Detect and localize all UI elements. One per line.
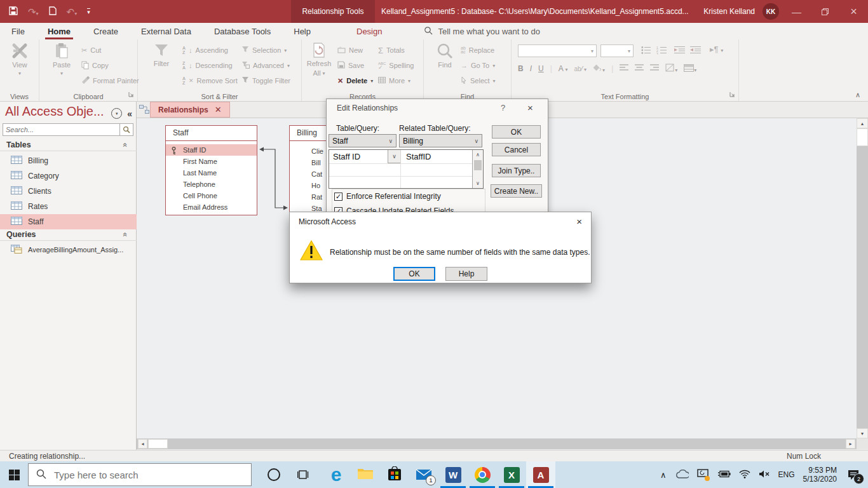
tab-create[interactable]: Create (82, 23, 130, 39)
message-help-button[interactable]: Help (445, 267, 487, 281)
sidebar-item-query[interactable]: AverageBillingAmount_Assig... (0, 242, 137, 257)
staff-table-box[interactable]: Staff Staff ID First Name Last Name Tele… (165, 125, 257, 215)
message-ok-button[interactable]: OK (393, 267, 435, 281)
bold-button[interactable]: B (518, 64, 524, 73)
delete-button[interactable]: ✕Delete▾ (337, 73, 373, 88)
nav-menu-icon[interactable]: ▾ (111, 108, 122, 119)
taskbar-file-explorer[interactable] (351, 461, 380, 488)
increase-indent-icon[interactable] (674, 46, 685, 56)
font-color-icon[interactable]: A ▾ (559, 64, 568, 73)
grid-scroll-thumb[interactable] (474, 160, 482, 170)
nav-search-icon[interactable] (119, 124, 133, 135)
sidebar-item-rates[interactable]: Rates (0, 199, 137, 214)
restore-button[interactable] (811, 0, 839, 23)
advanced-filter-button[interactable]: Advanced▾ (241, 58, 290, 73)
decrease-indent-icon[interactable] (690, 46, 701, 56)
grid-scroll-down-icon[interactable]: ∨ (473, 179, 483, 188)
wifi-icon[interactable] (739, 470, 750, 480)
sidebar-item-staff[interactable]: Staff (0, 214, 137, 229)
taskbar-clock[interactable]: 9:53 PM 5/13/2020 (803, 466, 837, 484)
save-record-button[interactable]: Save (337, 58, 373, 73)
toggle-filter-button[interactable]: Toggle Filter (241, 73, 290, 88)
close-tab-icon[interactable]: ✕ (215, 105, 222, 114)
goto-button[interactable]: →Go To▾ (461, 58, 496, 73)
text-direction-icon[interactable]: ▸¶ ▾ (710, 44, 723, 54)
message-box-close-icon[interactable]: × (576, 216, 582, 227)
grid-scroll-up-icon[interactable]: ∧ (473, 150, 483, 159)
display-settings-icon[interactable] (697, 469, 709, 480)
taskbar-search-box[interactable] (28, 463, 252, 486)
field-first-name[interactable]: First Name (166, 156, 257, 167)
cortana-button[interactable] (259, 461, 288, 488)
taskbar-search-input[interactable] (53, 469, 251, 481)
field-mapping-grid[interactable]: Staff ID ∨ StaffID ∧ ∨ (329, 149, 484, 189)
join-type-button[interactable]: Join Type.. (492, 164, 541, 177)
filter-button[interactable]: Filter (146, 43, 177, 67)
table-query-combo[interactable]: Staff∨ (329, 134, 397, 147)
task-view-button[interactable] (288, 461, 318, 488)
undo-icon[interactable]: ↶▾ (67, 7, 78, 17)
font-name-combo[interactable]: ▾ (518, 44, 597, 57)
new-file-icon[interactable] (49, 6, 57, 17)
taskbar-word[interactable]: W (438, 461, 468, 488)
find-button[interactable]: Find (429, 43, 461, 69)
related-table-query-combo[interactable]: Billing∨ (399, 134, 482, 147)
customize-qat-icon[interactable]: ▾ (87, 8, 90, 15)
vertical-scrollbar[interactable]: ▴ ▾ (857, 118, 868, 438)
collapse-queries-icon[interactable]: « (121, 232, 130, 236)
descending-button[interactable]: ZA↓Descending (182, 58, 238, 73)
tell-me-box[interactable]: Tell me what you want to do (424, 26, 539, 37)
account-name[interactable]: Kristen Kelland (703, 7, 755, 16)
scroll-right-icon[interactable]: ▸ (846, 439, 855, 449)
taskbar-store[interactable] (380, 461, 409, 488)
message-box[interactable]: Microsoft Access × Relationship must be … (289, 212, 592, 283)
grid-field-chevron-icon[interactable]: ∨ (388, 150, 400, 163)
taskbar-mail[interactable]: 1 (409, 461, 438, 488)
create-new-button[interactable]: Create New.. (491, 184, 542, 198)
clipboard-dialog-launcher-icon[interactable] (128, 90, 134, 99)
textfmt-dialog-launcher-icon[interactable] (729, 90, 735, 99)
nav-search-input[interactable] (3, 124, 119, 135)
field-staff-id[interactable]: Staff ID (166, 144, 257, 156)
taskbar-excel[interactable]: X (497, 461, 526, 488)
tables-section-header[interactable]: Tables« (0, 139, 137, 151)
field-cell-phone[interactable]: Cell Phone (166, 190, 257, 201)
horizontal-scroll-thumb[interactable] (148, 439, 168, 449)
align-right-icon[interactable] (650, 64, 659, 73)
language-indicator[interactable]: ENG (778, 470, 795, 479)
font-size-combo[interactable]: ▾ (600, 44, 634, 57)
dialog-close-icon[interactable]: × (527, 102, 533, 113)
new-record-button[interactable]: New (337, 43, 373, 58)
redo-icon[interactable]: ↷▾ (28, 7, 39, 17)
sidebar-item-clients[interactable]: Clients (0, 184, 137, 199)
taskbar-chrome[interactable] (468, 461, 497, 488)
selection-button[interactable]: Selection▾ (241, 43, 290, 58)
ok-button[interactable]: OK (492, 125, 541, 139)
volume-muted-icon[interactable] (759, 470, 770, 480)
cancel-button[interactable]: Cancel (492, 143, 541, 156)
gridlines-icon[interactable]: ▾ (665, 64, 677, 74)
horizontal-scrollbar[interactable]: ◂ ▸ (137, 438, 857, 449)
grid-right-field[interactable]: StaffID (400, 150, 472, 163)
tab-help[interactable]: Help (282, 23, 322, 39)
numbering-icon[interactable]: 123 (656, 46, 667, 57)
grid-scrollbar[interactable]: ∧ ∨ (472, 150, 483, 188)
bullets-icon[interactable] (641, 46, 651, 57)
checkbox-checked-icon[interactable]: ✓ (334, 193, 342, 201)
spelling-button[interactable]: ABC✓Spelling (378, 58, 414, 73)
minimize-button[interactable]: — (782, 0, 811, 23)
format-painter-button[interactable]: Format Painter (81, 73, 139, 88)
shutter-close-icon[interactable]: « (127, 109, 132, 119)
save-icon[interactable] (9, 6, 18, 17)
collapse-ribbon-icon[interactable]: ∧ (855, 91, 860, 99)
action-center-button[interactable]: 2 (845, 466, 862, 483)
align-center-icon[interactable] (635, 64, 644, 73)
select-button[interactable]: Select▾ (461, 73, 496, 88)
tab-database-tools[interactable]: Database Tools (203, 23, 282, 39)
nav-search-box[interactable] (3, 123, 133, 136)
tab-relationships[interactable]: Relationships ✕ (150, 102, 230, 118)
taskbar-edge[interactable]: e (322, 461, 351, 488)
vertical-scroll-thumb[interactable] (857, 128, 868, 146)
tab-home[interactable]: Home (36, 23, 82, 39)
highlight-icon[interactable]: ab⁄ ▾ (574, 65, 587, 72)
